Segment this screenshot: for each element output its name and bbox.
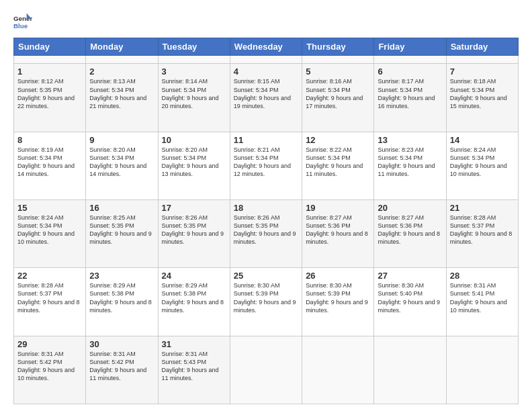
day-info: Sunrise: 8:21 AMSunset: 5:34 PMDaylight:… xyxy=(234,146,298,179)
calendar-cell: 21 Sunrise: 8:28 AMSunset: 5:37 PMDaylig… xyxy=(446,200,518,268)
calendar-cell: 14 Sunrise: 8:24 AMSunset: 5:34 PMDaylig… xyxy=(446,132,518,199)
calendar-cell: 3 Sunrise: 8:14 AMSunset: 5:34 PMDayligh… xyxy=(158,64,230,132)
calendar-cell xyxy=(158,56,230,64)
day-number: 15 xyxy=(17,203,82,213)
days-header-row: SundayMondayTuesdayWednesdayThursdayFrid… xyxy=(14,38,519,56)
day-number: 18 xyxy=(234,203,298,213)
calendar-cell xyxy=(446,56,518,64)
day-header-friday: Friday xyxy=(374,38,446,56)
svg-text:Blue: Blue xyxy=(13,22,28,30)
calendar-cell: 30 Sunrise: 8:31 AMSunset: 5:42 PMDaylig… xyxy=(86,336,158,404)
calendar-cell: 29 Sunrise: 8:31 AMSunset: 5:42 PMDaylig… xyxy=(14,336,86,404)
day-number: 3 xyxy=(162,66,226,77)
calendar-cell: 9 Sunrise: 8:20 AMSunset: 5:34 PMDayligh… xyxy=(86,132,158,199)
day-info: Sunrise: 8:20 AMSunset: 5:34 PMDaylight:… xyxy=(89,146,154,179)
calendar-cell: 10 Sunrise: 8:20 AMSunset: 5:34 PMDaylig… xyxy=(158,132,230,199)
day-info: Sunrise: 8:31 AMSunset: 5:42 PMDaylight:… xyxy=(17,350,82,383)
calendar-cell: 8 Sunrise: 8:19 AMSunset: 5:34 PMDayligh… xyxy=(14,132,86,199)
day-info: Sunrise: 8:23 AMSunset: 5:34 PMDaylight:… xyxy=(378,146,442,179)
day-number: 22 xyxy=(17,271,82,281)
day-header-thursday: Thursday xyxy=(302,38,374,56)
week-row-2: 1 Sunrise: 8:12 AMSunset: 5:35 PMDayligh… xyxy=(14,64,519,132)
day-number: 17 xyxy=(162,203,226,213)
calendar-cell: 22 Sunrise: 8:28 AMSunset: 5:37 PMDaylig… xyxy=(14,268,86,336)
calendar-cell: 17 Sunrise: 8:26 AMSunset: 5:35 PMDaylig… xyxy=(158,200,230,268)
day-info: Sunrise: 8:12 AMSunset: 5:35 PMDaylight:… xyxy=(17,77,82,110)
calendar-cell xyxy=(230,336,302,404)
day-number: 29 xyxy=(17,339,82,349)
calendar-cell xyxy=(374,336,446,404)
week-row-5: 22 Sunrise: 8:28 AMSunset: 5:37 PMDaylig… xyxy=(14,268,519,336)
page: General Blue SundayMondayTuesdayWednesda… xyxy=(0,0,532,411)
day-number: 4 xyxy=(234,66,298,77)
day-info: Sunrise: 8:20 AMSunset: 5:34 PMDaylight:… xyxy=(162,146,226,179)
calendar-cell: 27 Sunrise: 8:30 AMSunset: 5:40 PMDaylig… xyxy=(374,268,446,336)
day-info: Sunrise: 8:31 AMSunset: 5:41 PMDaylight:… xyxy=(450,281,515,314)
day-info: Sunrise: 8:29 AMSunset: 5:38 PMDaylight:… xyxy=(162,281,226,314)
calendar-cell: 16 Sunrise: 8:25 AMSunset: 5:35 PMDaylig… xyxy=(86,200,158,268)
day-header-monday: Monday xyxy=(86,38,158,56)
day-header-sunday: Sunday xyxy=(14,38,86,56)
day-info: Sunrise: 8:30 AMSunset: 5:40 PMDaylight:… xyxy=(378,281,442,314)
day-number: 27 xyxy=(378,271,442,281)
calendar-cell: 4 Sunrise: 8:15 AMSunset: 5:34 PMDayligh… xyxy=(230,64,302,132)
calendar-cell: 31 Sunrise: 8:31 AMSunset: 5:43 PMDaylig… xyxy=(158,336,230,404)
day-number: 24 xyxy=(162,271,226,281)
calendar-cell: 2 Sunrise: 8:13 AMSunset: 5:34 PMDayligh… xyxy=(86,64,158,132)
day-number: 9 xyxy=(89,135,154,145)
calendar-cell: 5 Sunrise: 8:16 AMSunset: 5:34 PMDayligh… xyxy=(302,64,374,132)
calendar-cell: 20 Sunrise: 8:27 AMSunset: 5:36 PMDaylig… xyxy=(374,200,446,268)
day-info: Sunrise: 8:22 AMSunset: 5:34 PMDaylight:… xyxy=(306,146,370,179)
calendar-cell: 28 Sunrise: 8:31 AMSunset: 5:41 PMDaylig… xyxy=(446,268,518,336)
week-row-4: 15 Sunrise: 8:24 AMSunset: 5:34 PMDaylig… xyxy=(14,200,519,268)
day-number: 12 xyxy=(306,135,370,145)
day-info: Sunrise: 8:16 AMSunset: 5:34 PMDaylight:… xyxy=(306,77,370,110)
day-info: Sunrise: 8:28 AMSunset: 5:37 PMDaylight:… xyxy=(17,281,82,314)
calendar-cell: 18 Sunrise: 8:26 AMSunset: 5:35 PMDaylig… xyxy=(230,200,302,268)
day-number: 20 xyxy=(378,203,442,213)
day-number: 19 xyxy=(306,203,370,213)
day-number: 14 xyxy=(450,135,515,145)
day-info: Sunrise: 8:30 AMSunset: 5:39 PMDaylight:… xyxy=(234,281,298,314)
calendar-cell xyxy=(446,336,518,404)
calendar-cell: 23 Sunrise: 8:29 AMSunset: 5:38 PMDaylig… xyxy=(86,268,158,336)
calendar-cell: 19 Sunrise: 8:27 AMSunset: 5:36 PMDaylig… xyxy=(302,200,374,268)
calendar-cell: 15 Sunrise: 8:24 AMSunset: 5:34 PMDaylig… xyxy=(14,200,86,268)
calendar-cell xyxy=(302,336,374,404)
calendar-cell: 25 Sunrise: 8:30 AMSunset: 5:39 PMDaylig… xyxy=(230,268,302,336)
calendar-cell: 13 Sunrise: 8:23 AMSunset: 5:34 PMDaylig… xyxy=(374,132,446,199)
calendar-cell: 24 Sunrise: 8:29 AMSunset: 5:38 PMDaylig… xyxy=(158,268,230,336)
calendar-cell xyxy=(86,56,158,64)
week-row-6: 29 Sunrise: 8:31 AMSunset: 5:42 PMDaylig… xyxy=(14,336,519,404)
day-info: Sunrise: 8:15 AMSunset: 5:34 PMDaylight:… xyxy=(234,77,298,110)
day-info: Sunrise: 8:24 AMSunset: 5:34 PMDaylight:… xyxy=(17,214,82,246)
calendar-cell xyxy=(230,56,302,64)
day-info: Sunrise: 8:26 AMSunset: 5:35 PMDaylight:… xyxy=(162,214,226,246)
day-info: Sunrise: 8:24 AMSunset: 5:34 PMDaylight:… xyxy=(450,146,515,179)
week-row-3: 8 Sunrise: 8:19 AMSunset: 5:34 PMDayligh… xyxy=(14,132,519,199)
day-info: Sunrise: 8:31 AMSunset: 5:43 PMDaylight:… xyxy=(162,350,226,383)
logo-icon: General Blue xyxy=(13,12,32,31)
day-number: 26 xyxy=(306,271,370,281)
day-info: Sunrise: 8:25 AMSunset: 5:35 PMDaylight:… xyxy=(89,214,154,246)
calendar-cell xyxy=(374,56,446,64)
day-info: Sunrise: 8:30 AMSunset: 5:39 PMDaylight:… xyxy=(306,281,370,314)
calendar-cell: 11 Sunrise: 8:21 AMSunset: 5:34 PMDaylig… xyxy=(230,132,302,199)
day-header-tuesday: Tuesday xyxy=(158,38,230,56)
day-info: Sunrise: 8:26 AMSunset: 5:35 PMDaylight:… xyxy=(234,214,298,246)
day-number: 7 xyxy=(450,66,515,77)
day-info: Sunrise: 8:27 AMSunset: 5:36 PMDaylight:… xyxy=(306,214,370,246)
day-number: 5 xyxy=(306,66,370,77)
day-number: 10 xyxy=(162,135,226,145)
day-info: Sunrise: 8:18 AMSunset: 5:34 PMDaylight:… xyxy=(450,77,515,110)
day-number: 30 xyxy=(89,339,154,349)
calendar-cell: 26 Sunrise: 8:30 AMSunset: 5:39 PMDaylig… xyxy=(302,268,374,336)
day-header-wednesday: Wednesday xyxy=(230,38,302,56)
calendar-table: SundayMondayTuesdayWednesdayThursdayFrid… xyxy=(13,38,519,404)
day-info: Sunrise: 8:29 AMSunset: 5:38 PMDaylight:… xyxy=(89,281,154,314)
calendar-cell: 7 Sunrise: 8:18 AMSunset: 5:34 PMDayligh… xyxy=(446,64,518,132)
day-number: 23 xyxy=(89,271,154,281)
day-number: 16 xyxy=(89,203,154,213)
logo: General Blue xyxy=(13,12,32,31)
day-info: Sunrise: 8:27 AMSunset: 5:36 PMDaylight:… xyxy=(378,214,442,246)
